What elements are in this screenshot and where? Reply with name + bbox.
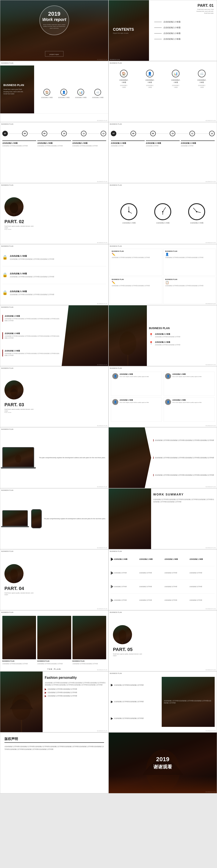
slide-3-biz-intro: BUSINESS PLAN BUSINESS PLAN Small food, …	[0, 61, 108, 122]
menu-item-2: 点击此处输入小标题	[154, 26, 214, 29]
text-item-3: 点击此处输入小标题 点击此处输入文字内容点击此处输入文字内容点击此处输入文字内容…	[2, 350, 60, 356]
img-card-2: BUSINESS PLAN 点击此处输入文字内容点击此处输入文字内容	[37, 616, 71, 665]
person-4: 👤 点击此处输入小标题 How much dignity report befo…	[164, 398, 215, 422]
slide-14-person-list: BUSINESS PLAN 👤 点击此处输入小标题 How much digni…	[108, 366, 217, 427]
the-plan: THE PLAN	[48, 668, 61, 670]
icon-col-2: 👤 点击此处输入小标题	[55, 89, 72, 98]
clock-2: 点击此处输入小标题	[154, 203, 171, 224]
work-summary-heading: WORK SUMMARY	[153, 493, 215, 496]
biz-label: BUSINESS PLAN	[3, 84, 31, 87]
slide-24-copyright-banner: BUSINESS PLAN 点击此处输入文字内容点击此处输入文字内容 点击此处输…	[108, 671, 217, 733]
part03-sub: Small hand, apprise quality, standard el…	[4, 408, 34, 412]
fashion-item-2: 点击此处输入文字内容点击此处输入文字内容	[45, 692, 106, 694]
slide-15-laptop: BUSINESS PLAN The plan comprehensively e…	[0, 427, 108, 488]
svg-point-19	[119, 630, 126, 642]
cover-subtitle: Issue monthly supervisor report, project…	[40, 23, 69, 30]
slide-1-cover: 2019 Work report Issue monthly superviso…	[0, 0, 108, 61]
slide-10-four-cards: BUSINESS PLAN BUSINESS PLAN ✏️ 点击此处输入文字内…	[108, 244, 217, 305]
menu-item-3: 点击此处输入小标题	[154, 32, 214, 35]
svg-line-5	[163, 207, 166, 212]
fashion-item-1: 点击此处输入文字内容点击此处输入文字内容	[45, 688, 106, 690]
arrow-row-2: 点击此处输入文字内容 点击此处输入文字内容 点击此处输入文字内容 点击此处输入文…	[111, 571, 215, 575]
slide-19-part04: BUSINESS PLAN PART. 04 Small hand, appri…	[0, 549, 108, 610]
text-item-2: 点击此处输入小标题 点击此处输入文字内容点击此处输入文字内容点击此处输入文字内容…	[2, 332, 60, 339]
slide-6-timeline2: BUSINESS PLAN 07 08 09 10 11 12 点击此处输入小标…	[108, 122, 217, 183]
slide-4-icon-cols: BUSINESS PLAN 🏠 点击此处输入小标题 点击此处输入 小标题 👤 点…	[108, 61, 217, 122]
slide-25-copyright-text: 版权声明 点击此处输入文字内容点击此处输入文字内容点击此处输入文字内容点击此处输…	[0, 733, 108, 794]
col-detail-3: 📊 点击此处输入小标题 点击此处输入 小标题	[163, 70, 189, 88]
copyright-item-1: 点击此处输入文字内容点击此处输入文字内容	[111, 684, 160, 686]
card-1: BUSINESS PLAN ✏️ 点击此处输入文字内容点击此处输入文字内容点击此…	[110, 249, 162, 276]
menu-item-4: 点击此处输入小标题	[154, 38, 214, 40]
slide-17-phone-laptop: BUSINESS PLAN The plan comprehensively e…	[0, 488, 108, 549]
contents-label: CONTENTS	[113, 27, 145, 32]
slide-23-fashion: BUSINESS PLAN Fashion personality 点击此处输入…	[0, 671, 108, 733]
icon-col-4: ☁️ 点击此处输入小标题	[89, 89, 106, 98]
lock-item-2: 🔒 点击此处输入小标题 点击此处输入文字内容点击此处输入文字内容点击此处输入文字…	[2, 272, 106, 278]
slide-21-three-images: BUSINESS PLAN BUSINESS PLAN 点击此处输入文字内容点击…	[0, 610, 108, 671]
text-item-1: 点击此处输入小标题 点击此处输入文字内容点击此处输入文字内容点击此处输入文字内容…	[2, 315, 60, 322]
cover-title: Work report	[42, 17, 66, 22]
part05-label: PART. 05	[113, 647, 143, 652]
slide-26-ending: 2019 谢谢观看 BUSINESS PLAN	[108, 733, 217, 794]
copyright-body: 点击此处输入文字内容点击此处输入文字内容点击此处输入文字内容点击此处输入文字内容…	[4, 745, 104, 751]
heading-biz: BUSINESS PLAN	[149, 327, 215, 330]
card-4: BUSINESS PLAN 📋 点击此处输入文字内容点击此处输入文字内容点击此处…	[163, 277, 216, 304]
icon-col-1: 🏠 点击此处输入小标题	[38, 89, 55, 98]
slide-13-part03: BUSINESS PLAN PART. 03 Small hand, appri…	[0, 366, 108, 427]
slide-2-contents: CONTENTS Report the date of work 点击此处输入小…	[108, 0, 217, 61]
part02-label: PART. 02	[4, 219, 34, 224]
clock-3: 点击此处输入小标题	[188, 203, 205, 224]
part04-label: PART. 04	[4, 586, 34, 591]
cover-tag: project repor	[50, 53, 59, 55]
cover-year: 2019	[48, 10, 60, 17]
dark-text-2: 点击此处输入文字内容点击此处输入文字内容点击此处输入文字内容点击此处输入文字内容	[153, 457, 215, 459]
clock-1: 点击此处输入小标题	[120, 203, 137, 224]
bp-label-3: BUSINESS PLAN	[97, 120, 107, 121]
copyright-item-2: 点击此处输入文字内容点击此处输入文字内容	[111, 701, 160, 703]
biz-text: Small food, warm your Final tempting foo…	[3, 88, 31, 95]
slide-11-text-right: BUSINESS PLAN 点击此处输入小标题 点击此处输入文字内容点击此处输入…	[0, 305, 108, 366]
part03-label: PART. 03	[4, 402, 34, 407]
bp-label-4: BUSINESS PLAN	[206, 120, 216, 121]
arrow-row-1: 点击此处输入小标题 点击此处输入小标题 点击此处输入小标题 点击此处输入小标题	[111, 558, 215, 561]
svg-point-15	[15, 455, 21, 463]
dark-text-3: 点击此处输入文字内容点击此处输入文字内容点击此处输入文字内容点击此处输入文字内容	[153, 474, 215, 476]
svg-point-17	[10, 569, 18, 581]
lock-item-3: 🔒 点击此处输入小标题 点击此处输入文字内容点击此处输入文字内容点击此处输入文字…	[2, 290, 106, 296]
svg-point-4	[128, 211, 129, 212]
contents-sub: Report the date of work	[113, 32, 145, 34]
pin-item-2: 📍 点击此处输入小标题 点击此处输入文字内容点击此处输入文字内容	[149, 341, 215, 346]
img-card-1: BUSINESS PLAN 点击此处输入文字内容点击此处输入文字内容	[2, 616, 36, 665]
part05-sub: Small hand, apprise quality, standard el…	[113, 653, 143, 657]
col-detail-2: 👤 点击此处输入小标题 点击此处输入 小标题	[137, 70, 163, 88]
svg-point-7	[162, 211, 163, 212]
fashion-item-3: 点击此处输入文字内容点击此处输入文字内容	[45, 695, 106, 697]
person-3: 👤 点击此处输入小标题 How much dignity report befo…	[111, 398, 162, 422]
slide-12-pin: BUSINESS PLAN BUSINESS PLAN 📍 点击此处输入小标题 …	[108, 305, 217, 366]
fashion-heading: Fashion personality	[45, 676, 106, 680]
svg-point-11	[119, 332, 136, 355]
slide-5-timeline: BUSINESS PLAN 07 08 09 10 11 12	[0, 122, 108, 183]
part02-sub: Small hand, apprise quality, standard el…	[4, 225, 34, 229]
bp-label: BUSINESS PLAN	[110, 59, 120, 60]
part01-sub: Small hand, warm your. Final tempting fo…	[196, 8, 214, 14]
arrow-row-4: 点击此处输入文字内容 点击此处输入文字内容 点击此处输入文字内容 点击此处输入文…	[111, 599, 215, 602]
cover-bp: BUSINESS PLAN	[97, 59, 107, 60]
bp-4: BUSINESS PLAN	[110, 62, 122, 64]
pin-item-1: 📍 点击此处输入小标题 点击此处输入文字内容点击此处输入文字内容	[149, 333, 215, 338]
part04-sub: Small hand, apprise quality, standard el…	[4, 592, 34, 596]
img-card-3: BUSINESS PLAN 点击此处输入文字内容点击此处输入文字内容	[72, 616, 106, 665]
part01-label: PART. 01	[196, 3, 214, 8]
dark-text-1: 点击此处输入文字内容点击此处输入文字内容点击此处输入文字内容点击此处输入文字内容	[153, 439, 215, 441]
svg-point-10	[196, 211, 197, 212]
svg-line-8	[193, 208, 197, 212]
menu-item-1: 点击此处输入小标题	[154, 21, 214, 23]
col-detail-4: ☁️ 点击此处输入小标题 点击此处输入 小标题	[189, 70, 215, 88]
work-summary-text: 点击此处输入文字内容点击此处输入文字内容点击此处输入文字内容点击此处输入文字内容…	[153, 498, 215, 503]
card-3: BUSINESS PLAN ✏️ 点击此处输入文字内容点击此处输入文字内容点击此…	[110, 277, 162, 304]
col-detail-1: 🏠 点击此处输入小标题 点击此处输入 小标题	[111, 70, 137, 88]
arrow-row-3: 点击此处输入文字内容 点击此处输入文字内容 点击此处输入文字内容 点击此处输入文…	[111, 585, 215, 588]
lock-item-1: 🔒 点击此处输入小标题 点击此处输入文字内容点击此处输入文字内容点击此处输入文字…	[2, 255, 106, 260]
slide-22-part05: BUSINESS PLAN PART. 05 Small hand, appri…	[108, 610, 217, 671]
